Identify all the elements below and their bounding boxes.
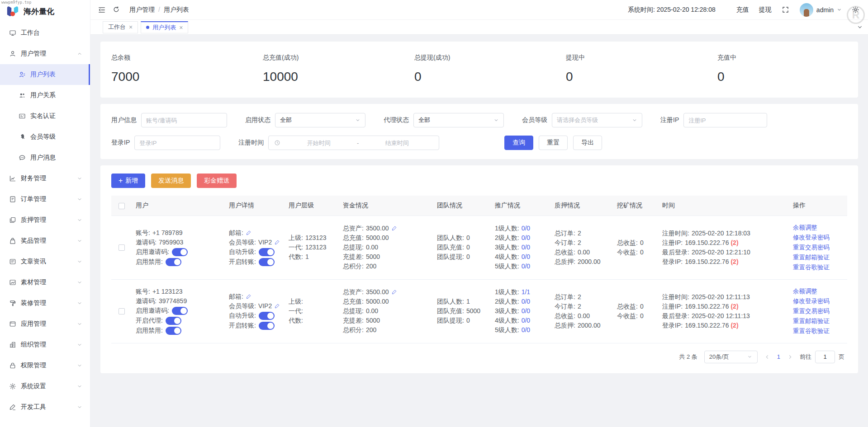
toggle-switch[interactable] bbox=[166, 258, 181, 266]
promo-count-link[interactable]: 0/0 bbox=[522, 234, 530, 241]
bonus-button[interactable]: 彩金赠送 bbox=[197, 174, 237, 188]
field-value: 1 bbox=[466, 298, 470, 305]
close-icon[interactable]: × bbox=[129, 24, 133, 30]
field-value: 0 bbox=[466, 253, 470, 260]
sidebar-item-system-settings[interactable]: 系统设置 bbox=[0, 376, 90, 397]
stats-panel: 总余额7000总充值(成功)10000总提现(成功)0提现中0充值中0 bbox=[100, 42, 858, 98]
refresh-icon[interactable] bbox=[113, 6, 121, 14]
sidebar-item-user-list[interactable]: 用户列表 bbox=[0, 64, 90, 85]
promo-count-link[interactable]: 0/0 bbox=[522, 263, 530, 270]
sidebar-item-decoration-management[interactable]: 装修管理 bbox=[0, 293, 90, 314]
withdraw-link[interactable]: 提现 bbox=[759, 6, 772, 14]
sidebar-item-workbench[interactable]: 工作台 bbox=[0, 23, 90, 43]
sidebar-item-user-relation[interactable]: 用户关系 bbox=[0, 85, 90, 106]
promo-count-link[interactable]: 1/1 bbox=[522, 288, 530, 296]
breadcrumb-item[interactable]: 用户管理 bbox=[129, 6, 155, 14]
send-message-button[interactable]: 发送消息 bbox=[151, 174, 191, 188]
collapse-menu-icon[interactable] bbox=[98, 6, 106, 14]
edit-icon[interactable] bbox=[392, 225, 397, 231]
enable-status-select[interactable]: 全部 bbox=[275, 113, 365, 127]
page-size-select[interactable]: 20条/页 bbox=[704, 351, 758, 363]
toggle-switch[interactable] bbox=[259, 322, 275, 330]
field-value: 0 bbox=[640, 312, 644, 319]
add-button[interactable]: + 新增 bbox=[111, 174, 145, 188]
reg-time-range-picker[interactable]: - bbox=[268, 136, 439, 150]
sidebar-item-dev-tools[interactable]: 开发工具 bbox=[0, 397, 90, 418]
sidebar-item-material-management[interactable]: 素材管理 bbox=[0, 272, 90, 293]
action-link[interactable]: 修改登录密码 bbox=[793, 296, 844, 306]
sidebar-item-user-management[interactable]: 用户管理 bbox=[0, 43, 90, 64]
reset-button[interactable]: 重置 bbox=[539, 136, 568, 150]
sidebar-item-order-management[interactable]: 订单管理 bbox=[0, 189, 90, 210]
toggle-switch[interactable] bbox=[166, 327, 181, 335]
goto-page-input[interactable] bbox=[815, 351, 835, 363]
start-time-input[interactable] bbox=[282, 139, 355, 147]
edit-icon[interactable] bbox=[392, 289, 397, 295]
current-page[interactable]: 1 bbox=[777, 353, 780, 360]
login-ip-input[interactable] bbox=[134, 136, 220, 150]
select-all-checkbox[interactable] bbox=[119, 203, 125, 209]
promo-count-link[interactable]: 0/0 bbox=[522, 225, 530, 232]
action-link[interactable]: 修改登录密码 bbox=[793, 233, 844, 243]
action-link[interactable]: 重置交易密码 bbox=[793, 306, 844, 316]
edit-icon[interactable] bbox=[246, 230, 251, 235]
recharge-link[interactable]: 充值 bbox=[736, 6, 749, 14]
tab-user-list[interactable]: 用户列表 × bbox=[141, 21, 188, 33]
action-link[interactable]: 重置谷歌验证 bbox=[793, 326, 844, 336]
agent-status-select[interactable]: 全部 bbox=[413, 113, 504, 127]
next-page-icon[interactable] bbox=[787, 354, 793, 360]
end-time-input[interactable] bbox=[360, 139, 433, 147]
field-line: 会员等级:VIP2 bbox=[229, 238, 281, 247]
reg-ip-input[interactable] bbox=[683, 113, 767, 127]
promo-count-link[interactable]: 0/0 bbox=[522, 307, 530, 314]
user-info-input[interactable] bbox=[141, 113, 227, 127]
member-level-select[interactable]: 请选择会员等级 bbox=[552, 113, 642, 127]
avatar[interactable] bbox=[800, 3, 813, 17]
sidebar-item-prize-management[interactable]: 奖品管理 bbox=[0, 230, 90, 251]
stat-label: 提现中 bbox=[566, 54, 707, 62]
sidebar-item-app-management[interactable]: 应用管理 bbox=[0, 314, 90, 334]
sidebar-item-article-news[interactable]: 文章资讯 bbox=[0, 251, 90, 272]
promo-count-link[interactable]: 0/0 bbox=[522, 317, 530, 324]
sidebar-item-permission-management[interactable]: 权限管理 bbox=[0, 355, 90, 376]
field-value: 123123 bbox=[305, 244, 327, 251]
tab-workbench[interactable]: 工作台 × bbox=[103, 21, 138, 33]
prev-page-icon[interactable] bbox=[764, 354, 770, 360]
sidebar-item-finance-management[interactable]: 财务管理 bbox=[0, 168, 90, 189]
sidebar-item-member-level[interactable]: 会员等级 bbox=[0, 127, 90, 147]
search-button[interactable]: 查询 bbox=[504, 136, 533, 150]
close-icon[interactable]: × bbox=[179, 24, 183, 31]
sidebar-item-real-name-auth[interactable]: 实名认证 bbox=[0, 106, 90, 127]
action-link[interactable]: 重置谷歌验证 bbox=[793, 263, 844, 272]
field-label: 总资产: bbox=[343, 225, 364, 232]
promo-count-link[interactable]: 0/0 bbox=[522, 244, 530, 251]
toggle-switch[interactable] bbox=[172, 248, 188, 256]
action-link[interactable]: 重置邮箱验证 bbox=[793, 253, 844, 263]
tab-list-chevron-icon[interactable] bbox=[857, 24, 863, 30]
export-button[interactable]: 导出 bbox=[573, 136, 602, 150]
sidebar-item-org-management[interactable]: 组织管理 bbox=[0, 334, 90, 355]
edit-icon[interactable] bbox=[246, 294, 251, 299]
toggle-switch[interactable] bbox=[259, 248, 275, 256]
row-checkbox[interactable] bbox=[119, 244, 125, 251]
sidebar-item-user-message[interactable]: 用户消息 bbox=[0, 147, 90, 168]
filter-label: 注册时间 bbox=[238, 139, 264, 147]
promo-count-link[interactable]: 0/0 bbox=[522, 326, 530, 333]
toggle-switch[interactable] bbox=[259, 258, 275, 266]
fullscreen-icon[interactable] bbox=[782, 6, 790, 14]
edit-icon[interactable] bbox=[275, 303, 280, 309]
action-link[interactable]: 余额调整 bbox=[793, 223, 844, 233]
sidebar-item-pledge-management[interactable]: 质押管理 bbox=[0, 210, 90, 230]
toggle-switch[interactable] bbox=[166, 317, 181, 325]
action-link[interactable]: 重置交易密码 bbox=[793, 243, 844, 253]
filter-agent-status: 代理状态 全部 bbox=[384, 113, 504, 127]
toggle-switch[interactable] bbox=[259, 312, 275, 320]
action-link[interactable]: 重置邮箱验证 bbox=[793, 316, 844, 326]
toggle-switch[interactable] bbox=[172, 307, 188, 315]
row-checkbox[interactable] bbox=[119, 308, 125, 314]
promo-count-link[interactable]: 0/0 bbox=[522, 298, 530, 305]
promo-count-link[interactable]: 0/0 bbox=[522, 253, 530, 260]
edit-icon[interactable] bbox=[275, 239, 280, 245]
user-menu[interactable]: admin bbox=[800, 3, 842, 17]
action-link[interactable]: 余额调整 bbox=[793, 286, 844, 296]
